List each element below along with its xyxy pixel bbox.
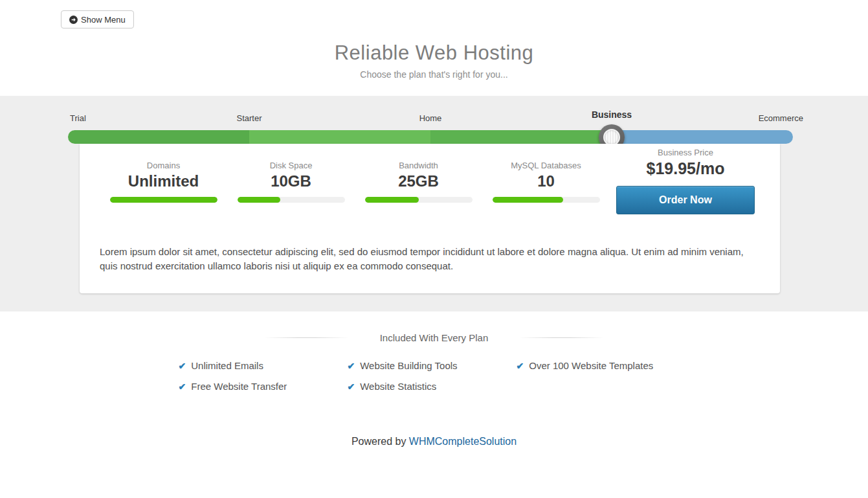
pricing-page: Show Menu Reliable Web Hosting Choose th… xyxy=(0,0,868,498)
page-subtitle: Choose the plan that's right for you... xyxy=(0,69,868,80)
included-grid: ✔ Unlimited Emails ✔ Free Website Transf… xyxy=(179,360,690,402)
stat-progress-fill xyxy=(493,197,564,203)
list-item: ✔ Over 100 Website Templates xyxy=(517,360,685,372)
included-section: Included With Every Plan ✔ Unlimited Ema… xyxy=(0,311,868,402)
plan-label-trial[interactable]: Trial xyxy=(70,113,86,123)
footer: Powered by WHMCompleteSolution xyxy=(0,436,868,447)
check-icon: ✔ xyxy=(517,360,524,372)
plan-label-business[interactable]: Business xyxy=(592,109,632,120)
stat-label: Bandwidth xyxy=(355,161,482,170)
check-icon: ✔ xyxy=(179,360,186,372)
stat-progress-track xyxy=(238,197,345,203)
list-item: ✔ Website Building Tools xyxy=(348,360,517,372)
stat-value: 10 xyxy=(482,172,610,190)
price-label: Business Price xyxy=(616,148,755,157)
check-icon: ✔ xyxy=(348,381,355,393)
plan-stats-row: Domains Unlimited Disk Space 10GB Bandwi… xyxy=(80,144,780,227)
stat-progress-fill xyxy=(365,197,419,203)
included-item-label: Website Building Tools xyxy=(360,360,457,371)
stat-progress-fill xyxy=(110,197,217,203)
stat-domains: Domains Unlimited xyxy=(100,161,227,227)
slider-segment-business[interactable] xyxy=(612,130,793,144)
stat-value: 25GB xyxy=(355,172,482,190)
stat-label: Domains xyxy=(100,161,227,170)
stat-label: Disk Space xyxy=(227,161,355,170)
plan-detail-card: Domains Unlimited Disk Space 10GB Bandwi… xyxy=(80,144,780,293)
divider-right xyxy=(519,337,604,338)
included-heading: Included With Every Plan xyxy=(380,332,489,343)
plan-label-ecommerce[interactable]: Ecommerce xyxy=(759,113,803,123)
plan-label-home[interactable]: Home xyxy=(419,113,442,123)
plan-slider-track[interactable] xyxy=(68,130,793,144)
check-icon: ✔ xyxy=(348,360,355,372)
stat-progress-track xyxy=(110,197,217,203)
plan-description: Lorem ipsum dolor sit amet, consectetur … xyxy=(100,245,761,273)
included-item-label: Website Statistics xyxy=(360,381,436,392)
list-item: ✔ Free Website Transfer xyxy=(179,381,348,393)
stat-progress-track xyxy=(365,197,473,203)
slider-segment-starter[interactable] xyxy=(249,130,430,144)
included-item-label: Unlimited Emails xyxy=(191,360,263,371)
stat-value: Unlimited xyxy=(100,172,227,190)
check-icon: ✔ xyxy=(179,381,186,393)
stat-disk-space: Disk Space 10GB xyxy=(227,161,355,227)
included-column-1: ✔ Unlimited Emails ✔ Free Website Transf… xyxy=(179,360,348,402)
plan-selector-band: Trial Starter Home Business Ecommerce Do… xyxy=(0,96,868,311)
included-heading-row: Included With Every Plan xyxy=(0,332,868,343)
whmcs-brand-link[interactable]: WHMCompleteSolution xyxy=(409,436,517,447)
price-column: Business Price $19.95/mo Order Now xyxy=(616,148,755,214)
powered-by-text: Powered by xyxy=(351,436,409,447)
included-column-2: ✔ Website Building Tools ✔ Website Stati… xyxy=(348,360,517,402)
stat-label: MySQL Databases xyxy=(482,161,610,170)
stat-bandwidth: Bandwidth 25GB xyxy=(355,161,482,227)
stat-mysql-databases: MySQL Databases 10 xyxy=(482,161,610,227)
slider-segment-home[interactable] xyxy=(430,130,612,144)
order-now-button[interactable]: Order Now xyxy=(616,186,755,214)
divider-left xyxy=(264,337,349,338)
stat-progress-fill xyxy=(238,197,280,203)
included-column-3: ✔ Over 100 Website Templates xyxy=(517,360,685,402)
stat-progress-track xyxy=(493,197,600,203)
list-item: ✔ Unlimited Emails xyxy=(179,360,348,372)
page-header: Reliable Web Hosting Choose the plan tha… xyxy=(0,0,868,96)
slider-segment-trial[interactable] xyxy=(68,130,249,144)
included-item-label: Free Website Transfer xyxy=(191,381,287,392)
included-item-label: Over 100 Website Templates xyxy=(529,360,653,371)
list-item: ✔ Website Statistics xyxy=(348,381,517,393)
plan-label-starter[interactable]: Starter xyxy=(236,113,262,123)
price-value: $19.95/mo xyxy=(616,159,755,178)
plan-labels: Trial Starter Home Business Ecommerce xyxy=(68,113,793,125)
stat-value: 10GB xyxy=(227,172,355,190)
page-title: Reliable Web Hosting xyxy=(0,41,868,65)
